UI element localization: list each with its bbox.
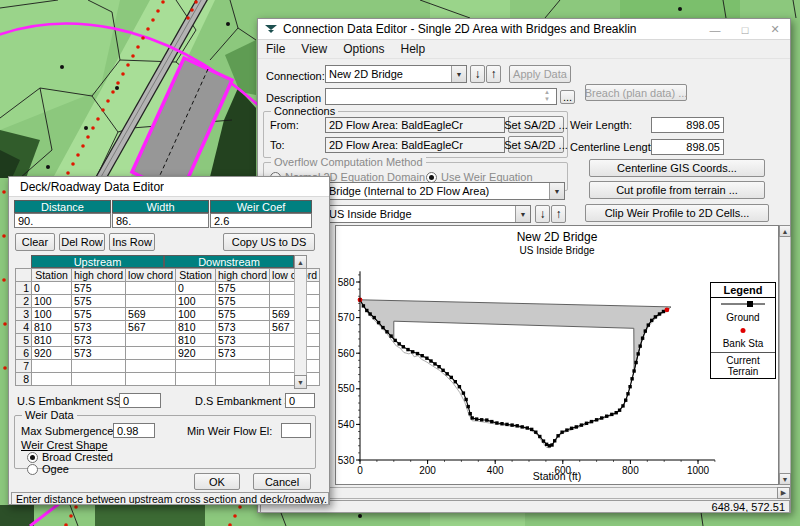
profile-up-button[interactable]: ↑ xyxy=(551,205,566,223)
menu-options[interactable]: Options xyxy=(335,40,392,58)
chart-horizontal-scrollbar[interactable] xyxy=(260,487,790,499)
scroll-right-icon[interactable]: ▶ xyxy=(777,487,790,499)
table-cell[interactable] xyxy=(72,360,126,373)
table-cell[interactable] xyxy=(32,360,72,373)
minimize-icon[interactable]: — xyxy=(700,19,730,40)
clear-button[interactable]: Clear xyxy=(15,233,55,251)
chevron-down-icon[interactable]: ▼ xyxy=(515,206,530,222)
table-cell[interactable]: 0 xyxy=(176,282,216,295)
table-cell[interactable]: 920 xyxy=(176,347,216,360)
table-cell[interactable]: 575 xyxy=(216,295,270,308)
table-cell[interactable] xyxy=(126,360,176,373)
table-cell[interactable] xyxy=(32,373,72,386)
table-cell[interactable] xyxy=(216,373,270,386)
table-cell[interactable]: 575 xyxy=(72,308,126,321)
min-weir-flow-input[interactable] xyxy=(281,423,311,438)
weir-coef-input[interactable]: 2.6 xyxy=(210,213,312,228)
table-cell[interactable]: 569 xyxy=(126,308,176,321)
row-number: 7 xyxy=(16,360,32,373)
set-sa2d-from-button[interactable]: Set SA/2D ... xyxy=(508,116,564,133)
bridge-profile-select[interactable]: US Inside Bridge ▼ xyxy=(325,205,531,223)
table-row: 2100575100575 xyxy=(16,295,320,308)
set-sa2d-to-button[interactable]: Set SA/2D ... xyxy=(508,136,564,153)
radio-broad-crested[interactable]: Broad Crested xyxy=(27,451,113,463)
menu-view[interactable]: View xyxy=(293,40,335,58)
connection-select[interactable]: New 2D Bridge ▼ xyxy=(325,65,467,83)
chevron-down-icon[interactable]: ▼ xyxy=(549,183,564,199)
table-cell[interactable]: 573 xyxy=(72,347,126,360)
legend-title: Legend xyxy=(711,283,775,298)
broad-crested-label: Broad Crested xyxy=(42,451,113,463)
table-cell[interactable] xyxy=(176,360,216,373)
table-cell[interactable] xyxy=(126,347,176,360)
table-cell[interactable] xyxy=(126,334,176,347)
table-cell[interactable]: 573 xyxy=(216,334,270,347)
table-cell[interactable] xyxy=(72,373,126,386)
profile-down-button[interactable]: ↓ xyxy=(535,205,550,223)
ds-embankment-input[interactable]: 0 xyxy=(285,393,315,408)
table-cell[interactable] xyxy=(126,295,176,308)
table-cell[interactable]: 100 xyxy=(32,295,72,308)
next-connection-button[interactable]: ↑ xyxy=(486,65,501,83)
chart-vertical-scrollbar[interactable] xyxy=(779,225,791,485)
ok-button[interactable]: OK xyxy=(194,473,240,490)
table-cell[interactable]: 100 xyxy=(176,295,216,308)
table-cell[interactable] xyxy=(126,282,176,295)
scroll-down-icon[interactable]: ▼ xyxy=(779,473,791,485)
ins-row-button[interactable]: Ins Row xyxy=(109,233,155,251)
table-cell[interactable]: 573 xyxy=(72,321,126,334)
chevron-down-icon[interactable]: ▼ xyxy=(451,66,466,82)
table-cell[interactable] xyxy=(216,360,270,373)
table-cell[interactable]: 573 xyxy=(216,347,270,360)
table-cell[interactable]: 810 xyxy=(32,321,72,334)
cancel-button[interactable]: Cancel xyxy=(253,473,311,490)
close-icon[interactable]: ✕ xyxy=(760,19,790,40)
table-cell[interactable]: 810 xyxy=(176,334,216,347)
clip-weir-profile-button[interactable]: Clip Weir Profile to 2D Cells... xyxy=(585,204,769,222)
table-cell[interactable]: 575 xyxy=(72,282,126,295)
structure-type-select[interactable]: Bridge (Internal to 2D Flow Area) ▼ xyxy=(325,182,565,200)
radio-ogee[interactable]: Ogee xyxy=(27,463,69,475)
distance-input[interactable]: 90. xyxy=(14,213,111,228)
copy-us-to-ds-button[interactable]: Copy US to DS xyxy=(223,233,315,251)
table-scrollbar[interactable] xyxy=(294,255,307,389)
column-header: low chord xyxy=(126,269,176,282)
description-spinner-icon[interactable]: ▲▼ xyxy=(544,89,550,103)
table-cell[interactable]: 920 xyxy=(32,347,72,360)
scroll-up-icon[interactable]: ▲ xyxy=(779,225,791,237)
table-scroll-down-icon[interactable]: ▼ xyxy=(294,375,307,389)
deck-window-titlebar[interactable]: Deck/Roadway Data Editor xyxy=(9,177,329,197)
table-cell[interactable]: 100 xyxy=(32,308,72,321)
width-input[interactable]: 86. xyxy=(112,213,209,228)
menu-help[interactable]: Help xyxy=(393,40,434,58)
table-cell[interactable]: 575 xyxy=(216,308,270,321)
table-cell[interactable]: 0 xyxy=(32,282,72,295)
cut-profile-from-terrain-button[interactable]: Cut profile from terrain ... xyxy=(589,181,765,199)
description-expand-button[interactable]: ... xyxy=(560,90,575,104)
radio-icon xyxy=(27,464,38,475)
table-cell[interactable]: 100 xyxy=(176,308,216,321)
breach-plan-data-button[interactable]: Breach (plan data) ... xyxy=(585,84,687,101)
max-submergence-input[interactable]: 0.98 xyxy=(113,423,155,438)
us-embankment-input[interactable]: 0 xyxy=(119,393,161,408)
table-cell[interactable]: 575 xyxy=(72,295,126,308)
table-cell[interactable]: 575 xyxy=(216,282,270,295)
centerline-gis-coords-button[interactable]: Centerline GIS Coords... xyxy=(589,159,765,177)
apply-data-button[interactable]: Apply Data xyxy=(509,65,571,83)
table-scroll-up-icon[interactable]: ▲ xyxy=(294,255,307,269)
table-cell[interactable]: 810 xyxy=(32,334,72,347)
description-input[interactable] xyxy=(325,88,557,105)
table-cell[interactable]: 810 xyxy=(176,321,216,334)
previous-connection-button[interactable]: ↓ xyxy=(470,65,485,83)
table-cell[interactable]: 567 xyxy=(126,321,176,334)
table-cell[interactable]: 573 xyxy=(216,321,270,334)
connection-window-titlebar[interactable]: Connection Data Editor - Single 2D Area … xyxy=(258,19,790,40)
maximize-icon[interactable]: □ xyxy=(730,19,760,40)
connection-label: Connection: xyxy=(266,70,325,82)
del-row-button[interactable]: Del Row xyxy=(59,233,105,251)
table-cell[interactable] xyxy=(126,373,176,386)
ground-line-icon xyxy=(721,300,765,308)
table-cell[interactable]: 573 xyxy=(72,334,126,347)
menu-file[interactable]: File xyxy=(258,40,293,58)
table-cell[interactable] xyxy=(176,373,216,386)
